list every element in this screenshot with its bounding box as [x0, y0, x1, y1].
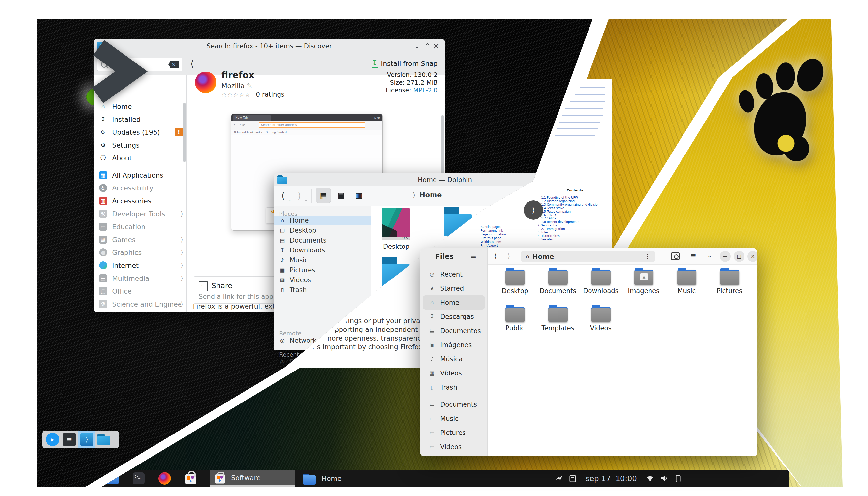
wiki-tool-link[interactable]: Permanent link: [481, 229, 507, 233]
discover-category-item[interactable]: ▩ Games ⟩: [94, 233, 186, 246]
close-button[interactable]: ×: [747, 251, 757, 262]
view-options-chevron-icon[interactable]: ⌄: [707, 251, 712, 259]
system-settings-icon[interactable]: ≡: [63, 433, 76, 446]
folder-item[interactable]: Pictures: [708, 268, 751, 305]
toc-item[interactable]: 1.4 Texas strike: [538, 206, 600, 210]
toc-item[interactable]: 1.8 Recent developments: [538, 220, 600, 224]
sidebar-scrollbar[interactable]: [183, 103, 186, 162]
minimize-button[interactable]: −: [720, 251, 731, 262]
wiki-tool-link[interactable]: Cite this page: [481, 236, 507, 240]
files-sidebar-item[interactable]: ▯ Trash: [423, 380, 485, 394]
toc-item[interactable]: 2 Geography: [538, 224, 600, 227]
close-icon[interactable]: ×: [433, 41, 440, 51]
wiki-tool-link[interactable]: Wikidata item: [481, 240, 507, 244]
wifi-icon[interactable]: [646, 475, 654, 482]
toc-item[interactable]: 2.1 Immigration: [538, 227, 600, 231]
install-from-snap-button[interactable]: ↧ Install from Snap: [372, 59, 438, 68]
discover-category-item[interactable]: ⚗ Science and Engineering ⟩: [94, 298, 186, 310]
license-link[interactable]: MPL-2.0: [413, 87, 438, 94]
maximize-button[interactable]: □: [733, 251, 744, 262]
notification-bird-icon[interactable]: [556, 475, 563, 482]
forward-icon[interactable]: ⟩: [298, 190, 301, 201]
app-rating[interactable]: ☆☆☆☆☆ 0 ratings: [221, 91, 284, 98]
discover-nav-item[interactable]: ⟳ Updates (195) !: [94, 126, 186, 139]
place-item[interactable]: ↧ Downloads: [274, 245, 371, 255]
forward-icon[interactable]: ⟩: [507, 252, 510, 260]
back-caret-icon[interactable]: ⌄: [288, 197, 291, 202]
discover-category-item[interactable]: ▦ All Applications: [94, 169, 186, 182]
place-item[interactable]: ▢ Desktop: [274, 226, 371, 235]
toc-item[interactable]: 1.5 Texas campaign: [538, 210, 600, 213]
files-sidebar-item[interactable]: ▭ Music: [423, 412, 485, 425]
wiki-tool-link[interactable]: Special pages: [481, 225, 507, 229]
files-sidebar-item[interactable]: ↧ Descargas: [423, 310, 485, 324]
hamburger-menu-icon[interactable]: ≡: [471, 252, 476, 260]
details-view-button[interactable]: ▥: [352, 188, 366, 202]
address-bar[interactable]: Search or enter address: [259, 122, 365, 128]
discover-category-item[interactable]: ⚒ Developer Tools ⟩: [94, 207, 186, 220]
discover-nav-item[interactable]: ⚙ Settings: [94, 139, 186, 152]
place-item[interactable]: ▦ Videos: [274, 275, 371, 285]
folder-item[interactable]: Music: [665, 268, 708, 305]
discover-icon[interactable]: ⟩: [80, 433, 93, 446]
folder-item[interactable]: Downloads: [579, 268, 622, 305]
taskbar-launcher[interactable]: [158, 472, 171, 485]
compact-view-button[interactable]: ▤: [334, 188, 348, 202]
wiki-tool-link[interactable]: Print/export: [481, 244, 507, 248]
discover-category-item[interactable]: ▭ Education: [94, 220, 186, 233]
files-sidebar-item[interactable]: ▦ Vídeos: [423, 366, 485, 380]
clock[interactable]: sep 17 10:00: [586, 474, 637, 483]
breadcrumb[interactable]: ⟩Home: [413, 191, 442, 199]
folder-item[interactable]: Desktop: [494, 268, 537, 305]
back-button[interactable]: ⟨: [190, 59, 194, 69]
dolphin-icon[interactable]: [97, 434, 110, 445]
path-bar[interactable]: ⌂ Home ⋮: [521, 251, 655, 262]
place-item[interactable]: ▤ Documents: [274, 235, 371, 245]
desktop-file-item[interactable]: 12:34 Desktop: [382, 207, 411, 251]
falkon-icon[interactable]: ▸: [46, 433, 59, 446]
task-home[interactable]: Home: [299, 470, 373, 487]
toc-item[interactable]: 1.7 1980s: [538, 217, 600, 220]
folder-item[interactable]: Videos: [579, 305, 622, 342]
back-icon[interactable]: ⟨: [281, 190, 285, 201]
icons-view-button[interactable]: ▦: [316, 188, 331, 203]
wiki-tool-link[interactable]: Page information: [481, 233, 507, 236]
discover-category-item[interactable]: ▤ Multimedia ⟩: [94, 272, 186, 285]
files-sidebar-item[interactable]: ▭ Documents: [423, 397, 485, 412]
toc-item[interactable]: 4 Historic sites: [538, 234, 600, 237]
files-sidebar-item[interactable]: ◷ Recent: [423, 267, 485, 281]
folder-item[interactable]: Templates: [537, 305, 579, 342]
toc-item[interactable]: 1.2 Historic organizing: [538, 199, 600, 203]
discover-category-item[interactable]: ▥ Accessories: [94, 195, 186, 207]
carousel-next-button[interactable]: ⟩: [524, 200, 543, 220]
place-item[interactable]: ▯ Trash: [274, 285, 371, 295]
files-sidebar-item[interactable]: ▤ Documentos: [423, 324, 485, 338]
files-sidebar-item[interactable]: ▭ Videos: [423, 440, 485, 454]
battery-icon[interactable]: [676, 475, 681, 482]
taskbar-launcher[interactable]: [106, 472, 119, 485]
forward-caret-icon[interactable]: ⌄: [304, 197, 308, 202]
discover-category-item[interactable]: ≡ System Settings: [94, 310, 186, 312]
active-task-software[interactable]: Software: [210, 470, 295, 487]
toc-item[interactable]: 5 See also: [538, 237, 600, 241]
discover-category-item[interactable]: ♿ Accessibility: [94, 182, 186, 195]
taskbar-launcher[interactable]: >_: [132, 472, 145, 485]
place-item[interactable]: ♪ Music: [274, 255, 371, 265]
discover-nav-item[interactable]: ↧ Installed: [94, 113, 186, 126]
files-sidebar-item[interactable]: ▭ Pictures: [423, 425, 485, 440]
toc-item[interactable]: 1.1 Founding of the UFW: [538, 196, 600, 199]
maximize-icon[interactable]: ⌃: [424, 42, 430, 50]
toc-item[interactable]: 3 Roles: [538, 231, 600, 234]
toc-item[interactable]: 1.6 1970s: [538, 213, 600, 217]
clear-search-icon[interactable]: ×: [168, 61, 179, 68]
volume-icon[interactable]: [661, 475, 669, 482]
files-sidebar-item[interactable]: ▣ Imágenes: [423, 338, 485, 352]
place-item[interactable]: ⌂ Home: [274, 216, 371, 226]
discover-category-item[interactable]: ▢ Office: [94, 285, 186, 298]
files-sidebar-item[interactable]: ♪ Música: [423, 352, 485, 366]
kebab-menu-icon[interactable]: ⋮: [645, 253, 651, 260]
discover-nav-item[interactable]: ⓘ About: [94, 152, 186, 165]
minimize-icon[interactable]: ⌄: [414, 42, 420, 50]
files-sidebar-item[interactable]: ⌂ Home: [423, 295, 485, 310]
folder-item[interactable]: Documents: [537, 268, 579, 305]
